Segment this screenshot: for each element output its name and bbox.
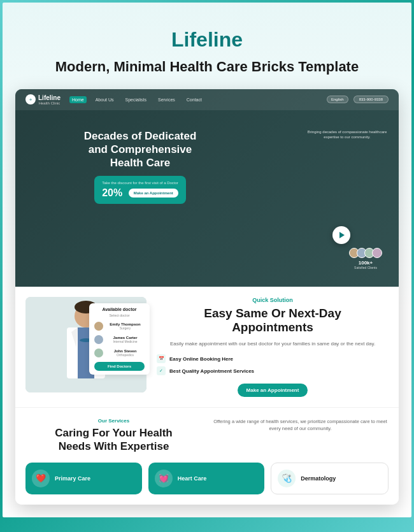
available-card: Available doctor Select doctor Emily Tho… <box>89 303 150 375</box>
services-left: Our Services Caring For Your HealthNeeds… <box>25 418 202 454</box>
discount-pct: 20% <box>102 187 122 199</box>
hero-description: Bringing decades of compassionate health… <box>306 129 389 140</box>
doctor-item-1: James Carter Internal Medicine <box>94 334 145 345</box>
doctor-avatar-0 <box>94 322 103 331</box>
feature-item-0: 📅 Easy Online Booking Here <box>157 354 389 363</box>
language-selector[interactable]: English <box>327 96 348 103</box>
doctor-info-1: James Carter Internal Medicine <box>106 336 145 343</box>
feature-item-1: ✓ Best Quality Appointment Services <box>157 366 389 375</box>
appointments-left: Available doctor Select doctor Emily Tho… <box>25 297 146 398</box>
nav-right: English 833-900-9338 <box>327 96 389 103</box>
services-label: Our Services <box>25 418 202 424</box>
dermatology-label: Dermatology <box>301 475 336 482</box>
available-subtitle: Select doctor <box>94 313 145 317</box>
nav-logo: + Lifeline Health Clinic <box>25 94 61 105</box>
services-desc: Offering a wide range of health services… <box>212 418 389 433</box>
find-doctors-btn[interactable]: Find Doctors <box>94 362 145 371</box>
phone-button[interactable]: 833-900-9338 <box>353 96 389 103</box>
clients-count: 100k+ <box>359 260 373 266</box>
available-title: Available doctor <box>94 307 145 312</box>
doctor-spec-2: Orthopedics <box>106 353 145 357</box>
nav-logo-text: Lifeline Health Clinic <box>38 94 61 105</box>
appointments-section: Available doctor Select doctor Emily Tho… <box>15 287 399 408</box>
client-avatars <box>349 248 382 258</box>
doctor-info-0: Emily Thompson Surgery <box>106 322 145 330</box>
service-card-derm[interactable]: 🩺 Dermatology <box>271 463 389 494</box>
hero-right: Bringing decades of compassionate health… <box>261 123 389 282</box>
appointments-desc: Easily make appointment with our best do… <box>157 340 389 348</box>
main-appointment-btn[interactable]: Make an Appointment <box>238 384 308 397</box>
doctor-spec-1: Internal Medicine <box>106 340 145 343</box>
top-section: Lifeline Modern, Minimal Health Care Bri… <box>3 3 411 517</box>
browser-mockup: + Lifeline Health Clinic Home About Us S… <box>15 89 399 505</box>
discount-row: 20% Make an Appointment <box>102 187 178 199</box>
lifeline-logo-icon: + <box>25 94 36 104</box>
dermatology-icon: 🩺 <box>278 470 296 487</box>
doctor-name-0: Emily Thompson <box>106 322 145 326</box>
play-icon <box>339 232 345 238</box>
quality-icon: ✓ <box>157 366 166 375</box>
nav-link-about[interactable]: About Us <box>93 96 117 103</box>
feature-label-1: Best Quality Appointment Services <box>169 368 254 374</box>
hero-appointment-btn[interactable]: Make an Appointment <box>129 189 178 198</box>
page-wrapper: Lifeline Modern, Minimal Health Care Bri… <box>0 0 414 532</box>
main-title: Lifeline <box>15 28 399 52</box>
hero-left: Decades of Dedicatedand ComprehensiveHea… <box>25 123 261 282</box>
services-title: Caring For Your HealthNeeds With Experti… <box>25 426 202 454</box>
doctor-spec-0: Surgery <box>106 326 145 330</box>
services-section: Our Services Caring For Your HealthNeeds… <box>15 407 399 505</box>
hero-content: Decades of Dedicatedand ComprehensiveHea… <box>15 110 399 282</box>
primary-care-label: Primary Care <box>55 475 90 482</box>
quick-label: Quick Solution <box>157 297 389 303</box>
primary-care-icon: ❤️ <box>32 470 50 487</box>
hero-section: + Lifeline Health Clinic Home About Us S… <box>15 89 399 287</box>
inner-content: Lifeline Modern, Minimal Health Care Bri… <box>3 3 411 517</box>
hero-title: Decades of Dedicatedand ComprehensiveHea… <box>25 129 255 170</box>
doctor-info-2: John Steven Orthopedics <box>106 349 145 357</box>
booking-icon: 📅 <box>157 354 166 363</box>
clients-label: Satisfied Clients <box>354 266 377 270</box>
nav-links: Home About Us Specialists Services Conta… <box>69 96 327 103</box>
doctor-avatar-2 <box>94 349 103 357</box>
navbar: + Lifeline Health Clinic Home About Us S… <box>15 89 399 110</box>
doctor-item-2: John Steven Orthopedics <box>94 347 145 359</box>
appointments-title: Easy Same Or Next-DayAppointments <box>157 306 389 336</box>
appointments-right: Quick Solution Easy Same Or Next-DayAppo… <box>157 297 389 398</box>
discount-box: Take the discount for the first visit of… <box>94 176 186 204</box>
services-header: Our Services Caring For Your HealthNeeds… <box>25 418 389 454</box>
subtitle: Modern, Minimal Health Care Bricks Templ… <box>15 58 399 76</box>
nav-link-contact[interactable]: Contact <box>184 96 204 103</box>
nav-link-home[interactable]: Home <box>69 96 87 103</box>
heart-care-label: Heart Care <box>178 475 207 482</box>
clients-info: 100k+ Satisfied Clients <box>349 248 382 270</box>
doctor-item-0: Emily Thompson Surgery <box>94 320 145 332</box>
doctor-avatar-1 <box>94 335 103 344</box>
service-card-heart[interactable]: 💓 Heart Care <box>148 463 265 494</box>
discount-label: Take the discount for the first visit of… <box>102 181 178 185</box>
feature-label-0: Easy Online Booking Here <box>169 356 233 362</box>
service-card-primary[interactable]: ❤️ Primary Care <box>25 463 142 494</box>
heart-care-icon: 💓 <box>155 470 173 487</box>
service-cards: ❤️ Primary Care 💓 Heart Care 🩺 Dermatolo… <box>25 463 389 494</box>
nav-link-services[interactable]: Services <box>155 96 178 103</box>
client-avatar-4 <box>372 248 382 258</box>
play-button[interactable] <box>332 226 350 244</box>
nav-link-specialists[interactable]: Specialists <box>123 96 149 103</box>
